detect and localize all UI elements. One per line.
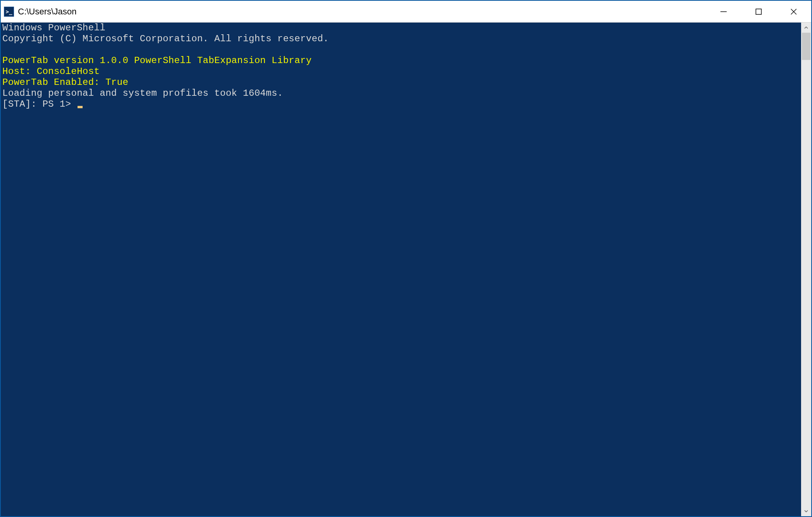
minimize-button[interactable]	[706, 1, 741, 22]
terminal-prompt: [STA]: PS 1>	[2, 99, 77, 109]
terminal-cursor	[78, 106, 83, 108]
scroll-down-button[interactable]	[801, 506, 811, 516]
vertical-scrollbar[interactable]	[801, 23, 811, 516]
terminal-output[interactable]: Windows PowerShell Copyright (C) Microso…	[1, 23, 801, 516]
powershell-icon: >_	[4, 7, 14, 17]
scroll-up-button[interactable]	[801, 23, 811, 33]
terminal-line: PowerTab Enabled: True	[2, 77, 128, 88]
window-controls	[706, 1, 811, 22]
terminal-line: Copyright (C) Microsoft Corporation. All…	[2, 33, 329, 44]
maximize-button[interactable]	[741, 1, 776, 22]
terminal-line: Host: ConsoleHost	[2, 66, 100, 77]
terminal-line: PowerTab version 1.0.0 PowerShell TabExp…	[2, 55, 312, 66]
terminal-line: Windows PowerShell	[2, 23, 106, 33]
client-area: Windows PowerShell Copyright (C) Microso…	[1, 23, 811, 516]
scrollbar-thumb[interactable]	[802, 33, 810, 60]
titlebar[interactable]: >_ C:\Users\Jason	[1, 1, 811, 23]
window-title: C:\Users\Jason	[18, 7, 706, 17]
terminal-line: Loading personal and system profiles too…	[2, 88, 283, 98]
scrollbar-track[interactable]	[801, 33, 811, 506]
svg-rect-1	[756, 9, 761, 14]
powershell-icon-glyph: >_	[6, 9, 12, 15]
close-button[interactable]	[776, 1, 811, 22]
